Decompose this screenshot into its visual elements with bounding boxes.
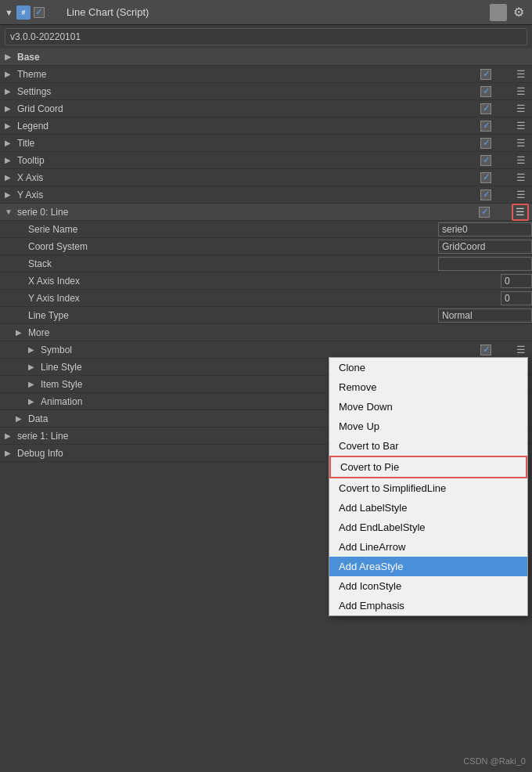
row-arrow[interactable]: ▶ (5, 156, 14, 164)
row-arrow[interactable]: ▶ (5, 173, 14, 182)
book-icon[interactable] (490, 4, 507, 21)
component-title: Line Chart (Script) (66, 6, 490, 18)
row-arrow[interactable]: ▶ (5, 104, 14, 113)
line-type-input[interactable] (438, 308, 532, 323)
row-arrow[interactable]: ▼ (5, 207, 14, 216)
menu-item-covert-to-pie[interactable]: Covert to Pie (329, 456, 527, 478)
version-label: v3.0.0-20220101 (5, 28, 527, 45)
menu-item-add-line-arrow[interactable]: Add LineArrow (329, 537, 527, 557)
menu-item-add-label-style[interactable]: Add LabelStyle (329, 498, 527, 518)
x-axis-checkbox[interactable] (480, 172, 491, 183)
row-title: ▶ Title ☰ (0, 135, 532, 152)
menu-item-add-area-style[interactable]: Add AreaStyle (329, 557, 527, 576)
row-theme: ▶ Theme ☰ (0, 66, 532, 83)
row-label: serie 0: Line (17, 207, 479, 218)
menu-item-move-down[interactable]: Move Down (329, 397, 527, 417)
row-y-axis-index: Y Axis Index (0, 290, 532, 307)
serie-name-input[interactable] (438, 222, 532, 236)
x-axis-index-input[interactable] (501, 274, 532, 288)
row-label: Grid Coord (17, 103, 480, 114)
menu-item-covert-to-simplified-line[interactable]: Covert to SimplifiedLine (329, 478, 527, 498)
row-arrow[interactable]: ▶ (5, 139, 14, 147)
more-label: More (28, 327, 532, 338)
row-legend: ▶ Legend ☰ (0, 117, 532, 135)
settings-checkbox[interactable] (480, 86, 491, 97)
coord-system-input[interactable] (438, 240, 532, 254)
serie0-checkbox[interactable] (479, 207, 490, 218)
row-y-axis: ▶ Y Axis ☰ (0, 186, 532, 204)
gear-icon[interactable]: ⚙ (510, 4, 527, 21)
title-bar: ▼ # Line Chart (Script) ⚙ (0, 0, 532, 25)
line-type-label: Line Type (28, 310, 438, 321)
row-grid-coord: ▶ Grid Coord ☰ (0, 100, 532, 117)
row-arrow[interactable]: ▶ (28, 345, 38, 354)
component-enable-checkbox[interactable] (34, 7, 45, 18)
legend-checkbox[interactable] (480, 121, 491, 132)
menu-icon[interactable]: ☰ (513, 101, 529, 117)
stack-input[interactable] (438, 257, 532, 271)
tooltip-checkbox[interactable] (480, 155, 491, 166)
symbol-label: Symbol (41, 345, 480, 355)
row-arrow[interactable]: ▶ (5, 190, 14, 199)
menu-item-move-up[interactable]: Move Up (329, 417, 527, 436)
menu-item-add-emphasis[interactable]: Add Emphasis (329, 596, 527, 615)
row-tooltip: ▶ Tooltip ☰ (0, 152, 532, 169)
menu-icon[interactable]: ☰ (513, 135, 529, 151)
symbol-checkbox[interactable] (480, 345, 491, 355)
row-arrow[interactable]: ▶ (28, 380, 38, 388)
row-symbol: ▶ Symbol ☰ (0, 341, 532, 359)
menu-icon[interactable]: ☰ (513, 187, 529, 203)
row-label: Settings (17, 86, 480, 97)
menu-icon[interactable]: ☰ (513, 342, 529, 358)
section-base: ▶ Base (0, 49, 532, 66)
menu-icon[interactable]: ☰ (513, 84, 529, 99)
row-arrow[interactable]: ▶ (5, 431, 14, 440)
menu-item-covert-to-bar[interactable]: Covert to Bar (329, 436, 527, 456)
menu-icon[interactable]: ☰ (513, 67, 529, 82)
title-checkbox[interactable] (480, 138, 491, 149)
menu-item-clone[interactable]: Clone (329, 358, 527, 377)
row-arrow[interactable]: ▶ (16, 328, 25, 337)
row-coord-system: Coord System (0, 238, 532, 255)
row-arrow[interactable]: ▶ (5, 449, 14, 457)
row-serie-name: Serie Name (0, 221, 532, 238)
serie-name-label: Serie Name (28, 224, 438, 235)
row-arrow[interactable]: ▶ (16, 414, 25, 423)
y-axis-index-label: Y Axis Index (28, 293, 501, 304)
section-label: Base (17, 52, 532, 63)
row-arrow[interactable]: ▶ (5, 87, 14, 96)
row-serie0-line: ▼ serie 0: Line ☰ (0, 204, 532, 221)
menu-item-add-end-label-style[interactable]: Add EndLabelStyle (329, 518, 527, 537)
row-line-type: Line Type (0, 307, 532, 324)
context-menu: Clone Remove Move Down Move Up Covert to… (329, 357, 528, 616)
watermark: CSDN @Raki_0 (463, 756, 526, 766)
row-label: X Axis (17, 172, 480, 183)
row-arrow[interactable]: ▶ (5, 121, 14, 130)
menu-icon[interactable]: ☰ (513, 170, 529, 186)
menu-item-remove[interactable]: Remove (329, 377, 527, 397)
x-axis-index-label: X Axis Index (28, 276, 501, 287)
grid-coord-checkbox[interactable] (480, 103, 491, 114)
row-arrow[interactable]: ▶ (28, 397, 38, 406)
row-label: Y Axis (17, 189, 480, 200)
cs-icon: # (16, 5, 31, 20)
row-arrow[interactable]: ▶ (28, 363, 38, 371)
serie0-menu-icon[interactable]: ☰ (512, 204, 529, 221)
row-arrow[interactable]: ▶ (5, 70, 14, 78)
row-label: Theme (17, 69, 480, 80)
menu-item-add-icon-style[interactable]: Add IconStyle (329, 576, 527, 596)
collapse-arrow[interactable]: ▼ (5, 8, 13, 17)
y-axis-index-input[interactable] (501, 291, 532, 305)
row-label: Legend (17, 121, 480, 132)
theme-checkbox[interactable] (480, 69, 491, 80)
y-axis-checkbox[interactable] (480, 189, 491, 200)
row-label: Tooltip (17, 155, 480, 166)
row-label: Title (17, 138, 480, 149)
row-settings: ▶ Settings ☰ (0, 83, 532, 100)
row-more: ▶ More (0, 324, 532, 341)
row-x-axis-index: X Axis Index (0, 272, 532, 290)
menu-icon[interactable]: ☰ (513, 118, 529, 134)
section-arrow[interactable]: ▶ (5, 52, 14, 61)
row-x-axis: ▶ X Axis ☰ (0, 169, 532, 186)
menu-icon[interactable]: ☰ (513, 153, 529, 168)
